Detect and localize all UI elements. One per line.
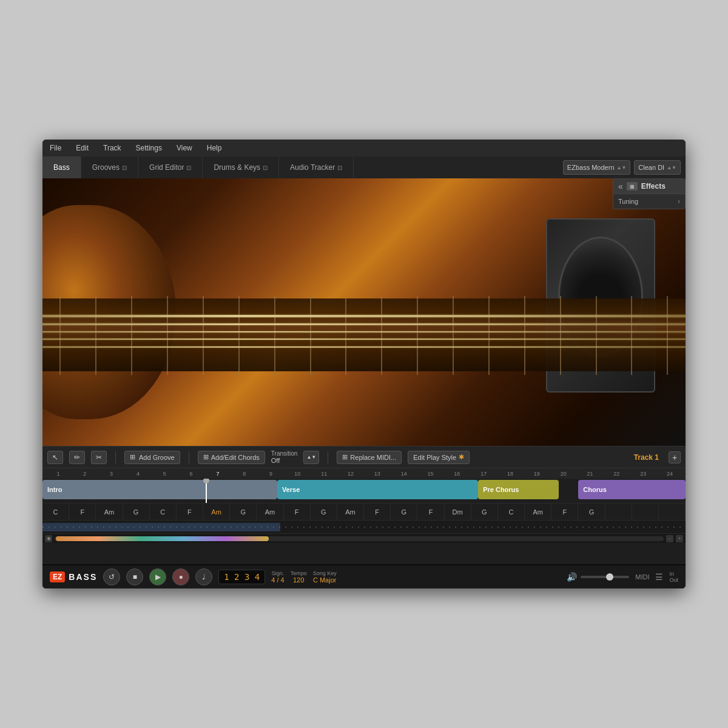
menu-help[interactable]: Help <box>204 143 224 153</box>
ruler-mark-1: 1 <box>45 471 72 477</box>
tempo-value: 120 <box>293 576 304 584</box>
string-3 <box>42 331 686 332</box>
tab-grooves[interactable]: Grooves ⊡ <box>81 157 138 178</box>
section-pre-chorus[interactable]: Pre Chorus <box>478 480 559 499</box>
replace-midi-icon: ⊞ <box>342 453 348 461</box>
ruler-mark-16: 16 <box>443 471 470 477</box>
ruler-mark-10: 10 <box>284 471 311 477</box>
pencil-tool-btn[interactable]: ✏ <box>69 451 85 464</box>
chord-cell-am5: Am <box>525 504 551 520</box>
add-track-btn[interactable]: + <box>669 451 681 463</box>
main-content <box>42 178 686 446</box>
chord-cell-f5: F <box>417 504 444 520</box>
add-chords-icon: ⊞ <box>203 453 209 461</box>
instrument-preset-select[interactable]: EZbass Modern ▲▼ <box>563 160 631 175</box>
tab-grid-editor[interactable]: Grid Editor ⊡ <box>138 157 203 178</box>
ruler-mark-22: 22 <box>603 471 630 477</box>
edit-play-style-btn[interactable]: Edit Play Style ✱ <box>408 451 470 464</box>
stop-btn[interactable]: ■ <box>126 568 143 585</box>
chord-cell-dm: Dm <box>445 504 471 520</box>
chord-cell-am3: Am <box>257 504 283 520</box>
tuning-row: Tuning › <box>613 194 685 209</box>
time-signature: Sign. 4 / 4 <box>271 570 284 584</box>
scroll-zoom-minus[interactable]: - <box>666 535 673 542</box>
chord-cell-g5: G <box>471 504 498 520</box>
key-value: C Major <box>313 576 337 584</box>
section-row: Intro Verse Pre Chorus Chorus <box>42 479 686 503</box>
track-label: Track 1 <box>634 453 659 462</box>
add-groove-label: Add Groove <box>139 454 175 461</box>
tab-audio-tracker[interactable]: Audio Tracker ⊡ <box>279 157 354 178</box>
scrollbar-row: ◉ - + <box>42 533 686 543</box>
ruler-mark-13: 13 <box>364 471 391 477</box>
toolbar-separator-1 <box>115 451 116 463</box>
string-2 <box>42 323 686 325</box>
controls-area: ↖ ✏ ✂ ⊞ Add Groove ⊞ Add/Edit Chords Tra… <box>42 446 686 588</box>
section-intro[interactable]: Intro <box>42 480 277 499</box>
ruler-mark-21: 21 <box>577 471 604 477</box>
add-chords-btn[interactable]: ⊞ Add/Edit Chords <box>198 451 265 464</box>
chord-cell-am4: Am <box>337 504 364 520</box>
channel-preset-select[interactable]: Clean DI ▲▼ <box>634 160 681 175</box>
menu-settings[interactable]: Settings <box>133 143 164 153</box>
in-out-labels: In Out <box>669 571 678 583</box>
ruler-mark-14: 14 <box>391 471 417 477</box>
chord-cell-f6: F <box>551 504 578 520</box>
key-info: Song Key C Major <box>313 570 337 584</box>
effects-header: « ▦ Effects <box>613 179 685 194</box>
scrollbar-track[interactable] <box>55 536 664 541</box>
select-tool-btn[interactable]: ↖ <box>47 451 63 464</box>
ruler-mark-20: 20 <box>550 471 577 477</box>
menu-track[interactable]: Track <box>101 143 124 153</box>
scissors-tool-btn[interactable]: ✂ <box>91 451 107 464</box>
chord-cell-c: C <box>42 504 69 520</box>
replace-midi-btn[interactable]: ⊞ Replace MIDI... <box>337 451 402 464</box>
tuning-expand-btn[interactable]: › <box>678 197 680 206</box>
metronome-btn[interactable]: ♩ <box>195 568 212 585</box>
chord-cell-g4: G <box>391 504 417 520</box>
section-verse[interactable]: Verse <box>277 480 478 499</box>
effects-label: Effects <box>641 182 666 190</box>
effects-icon: ▦ <box>627 182 638 190</box>
bass-image <box>42 178 686 446</box>
counter-display: 1 2 3 4 <box>218 570 265 584</box>
chord-cell-empty3 <box>659 504 686 520</box>
mini-highlight <box>42 523 280 531</box>
scroll-zoom-plus[interactable]: + <box>676 535 683 542</box>
add-groove-btn[interactable]: ⊞ Add Groove <box>124 451 180 464</box>
menu-view[interactable]: View <box>174 143 195 153</box>
transition-value: Off <box>271 457 298 464</box>
chord-cell-g1: G <box>123 504 150 520</box>
effects-collapse-btn[interactable]: « <box>618 181 623 191</box>
volume-slider[interactable] <box>581 576 629 578</box>
tab-drums-keys-icon: ⊡ <box>263 164 268 171</box>
ruler-mark-18: 18 <box>497 471 524 477</box>
transition-control: Transition Off <box>271 448 298 467</box>
ez-logo: EZ BASS <box>50 571 97 582</box>
playhead-line <box>206 479 207 503</box>
track-area: 1 2 3 4 5 6 7 8 9 10 11 12 13 14 15 16 1… <box>42 468 686 564</box>
loop-btn[interactable]: ↺ <box>103 568 120 585</box>
chord-cell-g3: G <box>311 504 337 520</box>
instrument-preset-arrows: ▲▼ <box>617 165 627 170</box>
scroll-left-btn[interactable]: ◉ <box>45 535 52 542</box>
channel-preset-arrows: ▲▼ <box>667 165 676 170</box>
volume-control: 🔊 <box>567 572 629 582</box>
tab-bass[interactable]: Bass <box>42 157 81 178</box>
toolbar-separator-3 <box>328 451 328 463</box>
section-chorus[interactable]: Chorus <box>578 480 686 499</box>
menu-file[interactable]: File <box>47 143 64 153</box>
tab-drums-keys[interactable]: Drums & Keys ⊡ <box>203 157 279 178</box>
string-4 <box>42 339 686 340</box>
record-btn[interactable]: ● <box>172 568 189 585</box>
strings <box>42 307 686 356</box>
key-label: Song Key <box>313 570 337 576</box>
menu-edit[interactable]: Edit <box>73 143 91 153</box>
ruler-mark-8: 8 <box>231 471 258 477</box>
ez-badge: EZ <box>50 571 65 582</box>
play-btn[interactable]: ▶ <box>149 568 166 585</box>
tab-grooves-icon: ⊡ <box>122 164 127 171</box>
scrollbar-thumb <box>56 536 269 541</box>
ruler-mark-3: 3 <box>98 471 125 477</box>
transition-arrows[interactable]: ▲▼ <box>303 451 319 464</box>
